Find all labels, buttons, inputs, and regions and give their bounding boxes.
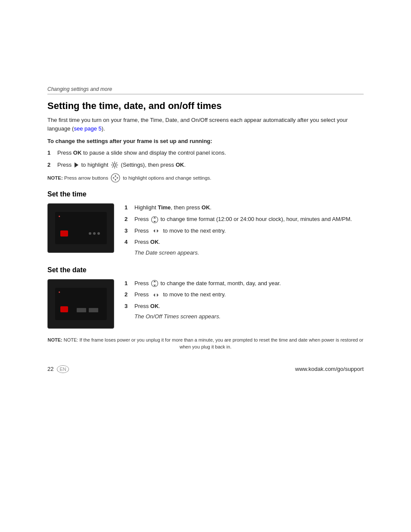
- main-steps: 1 Press OK to pause a slide show and dis…: [47, 149, 364, 169]
- svg-line-7: [116, 163, 117, 164]
- svg-marker-16: [153, 221, 156, 223]
- device-image-date: ●: [47, 279, 114, 329]
- svg-marker-22: [153, 293, 155, 297]
- svg-line-5: [112, 163, 113, 164]
- main-step-2: 2 Press to highlight: [47, 161, 364, 169]
- svg-marker-18: [157, 229, 159, 233]
- time-italic-note: The Date screen appears.: [134, 249, 364, 256]
- set-time-title: Set the time: [47, 190, 364, 198]
- page-footer: 22 EN www.kodak.com/go/support: [47, 364, 364, 373]
- see-page-link[interactable]: see page 5: [74, 125, 101, 132]
- section-divider: [47, 94, 364, 94]
- intro-paragraph: The first time you turn on your frame, t…: [47, 116, 364, 133]
- svg-marker-11: [115, 179, 116, 181]
- page-content: Changing settings and more Setting the t…: [0, 0, 411, 532]
- updown-icon: [151, 216, 158, 224]
- page-title: Setting the time, date, and on/off times: [47, 100, 364, 112]
- set-date-title: Set the date: [47, 266, 364, 274]
- main-step-1: 1 Press OK to pause a slide show and dis…: [47, 149, 364, 157]
- svg-marker-17: [153, 229, 155, 233]
- bold-instruction: To change the settings after your frame …: [47, 138, 364, 144]
- bottom-note: NOTE: NOTE: If the frame loses power or …: [47, 336, 364, 351]
- svg-marker-13: [117, 177, 118, 179]
- arrow-cross-icon: [111, 173, 120, 183]
- time-step-2: 2 Press to change time format (12:00 or …: [125, 215, 364, 224]
- updown-icon-2: [151, 280, 158, 287]
- section-label: Changing settings and more: [47, 86, 364, 92]
- svg-line-8: [112, 167, 113, 168]
- support-url: www.kodak.com/go/support: [295, 366, 364, 372]
- leftright-icon-2: [151, 292, 161, 298]
- device-screen-date: ●: [55, 288, 107, 320]
- date-italic-note: The On/Off Times screen appears.: [134, 313, 364, 320]
- arrow-right-icon: [75, 162, 78, 168]
- svg-marker-10: [115, 175, 116, 177]
- device-image-time: ●: [47, 203, 114, 253]
- set-date-steps: 1 Press to change the date format, month…: [125, 279, 364, 323]
- svg-marker-23: [157, 293, 159, 297]
- settings-icon: [111, 161, 118, 169]
- svg-marker-21: [153, 285, 156, 286]
- device-screen-time: ●: [55, 212, 107, 244]
- set-date-section: ● 1 Press: [47, 279, 364, 329]
- date-step-2: 2 Press to move to the next entry.: [125, 290, 364, 299]
- leftright-icon-1: [151, 228, 161, 234]
- svg-line-6: [116, 167, 117, 168]
- date-step-1: 1 Press to change the date format, month…: [125, 279, 364, 288]
- page-number: 22 EN: [47, 365, 69, 373]
- set-time-section: ● 1 Highlight Time, then press OK. 2 P: [47, 203, 364, 258]
- time-step-1: 1 Highlight Time, then press OK.: [125, 203, 364, 212]
- date-step-3: 3 Press OK.: [125, 302, 364, 311]
- svg-point-0: [113, 164, 116, 166]
- time-step-3: 3 Press to move to the next entry.: [125, 227, 364, 235]
- svg-marker-12: [112, 177, 114, 179]
- note-main: NOTE: Press arrow buttons to highlight o…: [47, 173, 364, 183]
- en-badge: EN: [57, 365, 68, 373]
- set-time-steps: 1 Highlight Time, then press OK. 2 Press…: [125, 203, 364, 258]
- svg-marker-20: [153, 281, 156, 283]
- time-step-4: 4 Press OK.: [125, 238, 364, 246]
- svg-marker-15: [153, 217, 156, 218]
